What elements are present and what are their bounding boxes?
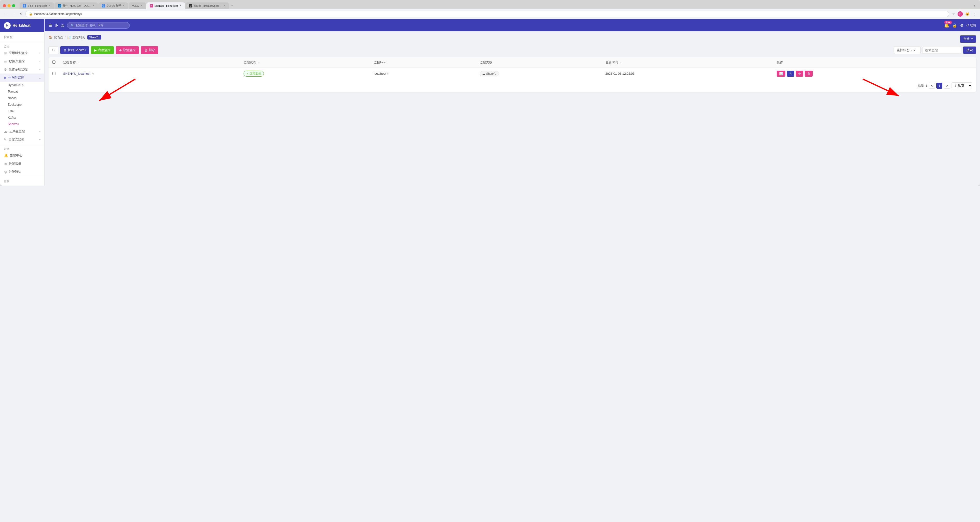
sidebar-item-dashboard[interactable]: 仪表盘: [0, 33, 45, 41]
tab-blog[interactable]: B Blog | HertzBeat ✕: [19, 2, 54, 9]
sidebar-item-os[interactable]: ⊙ 操作系统监控 ▾: [0, 65, 45, 73]
page-1-button[interactable]: 1: [936, 83, 942, 89]
pause-button[interactable]: ⊗: [796, 71, 803, 77]
monitor-search-input[interactable]: [923, 47, 961, 54]
tab-v2ex[interactable]: V2EX ✕: [129, 2, 146, 9]
tab-shenyu-close[interactable]: ✕: [180, 4, 181, 7]
col-update-time[interactable]: 更新时间 ⇅: [601, 57, 773, 68]
extension-icon[interactable]: 🐱: [964, 11, 970, 16]
col-status-sort: ⇅: [258, 61, 260, 64]
tab-blog-label: Blog | HertzBeat: [28, 4, 47, 7]
back-button[interactable]: ←: [3, 11, 9, 17]
settings-icon[interactable]: ⚙: [960, 23, 963, 28]
prev-page-button[interactable]: <: [929, 83, 935, 89]
logout-button[interactable]: ↺ 退出: [966, 23, 976, 27]
sidebar-item-custom[interactable]: ✎ 自定义监控 ▾: [0, 135, 45, 144]
disable-monitor-button[interactable]: ⊗ 取消监控: [116, 46, 139, 54]
col-status[interactable]: 监控状态 ⇅: [240, 57, 370, 68]
graphy-icon[interactable]: ◎: [61, 23, 64, 28]
lock-icon[interactable]: 🔒: [952, 23, 957, 28]
update-time-text: 2023-01-08 12:02:03: [606, 72, 635, 75]
sidebar-alert-center-label: 告警中心: [10, 153, 22, 158]
help-button[interactable]: 帮助 ?: [960, 35, 976, 43]
status-badge: ✓ 正常监控: [243, 71, 264, 77]
tab-blog-close[interactable]: ✕: [48, 4, 51, 7]
topbar-search[interactable]: 🔍: [67, 22, 130, 29]
sidebar-item-db[interactable]: ☰ 数据库监控 ▾: [0, 57, 45, 65]
tab-mail-close[interactable]: ✕: [92, 4, 94, 7]
delete-monitor-button[interactable]: 🗑 删除: [141, 46, 158, 54]
sidebar-sub-flink[interactable]: Flink: [8, 108, 45, 114]
row-checkbox[interactable]: [52, 72, 56, 75]
tab-shenyu[interactable]: H ShenYu - HertzBeat ✕: [146, 2, 185, 9]
monitor-name-link[interactable]: SHENYU_localhost ✎: [63, 72, 236, 75]
remove-button[interactable]: 🗑: [805, 71, 813, 77]
row-type-cell: ☁ ShenYu: [476, 68, 601, 80]
copy-host-icon[interactable]: ⎘: [387, 72, 389, 75]
tab-issues[interactable]: ⊙ Issues · dromara/hertzbea... ✕: [185, 2, 229, 9]
content-area: 🏠 仪表盘 / 📊 监控列表 ShenYu 帮助 ? ↻: [45, 31, 980, 186]
tab-issues-close[interactable]: ✕: [223, 4, 226, 7]
host-badge: localhost ⎘: [374, 72, 472, 75]
search-input[interactable]: [76, 24, 126, 27]
add-monitor-button[interactable]: ⊞ 新增 ShenYu: [60, 46, 89, 54]
menu-icon[interactable]: ☰: [48, 23, 52, 28]
sidebar-item-cloud[interactable]: ☁ 云原生监控 ▾: [0, 127, 45, 135]
maximize-dot[interactable]: [12, 4, 15, 7]
tab-translate-close[interactable]: ✕: [123, 4, 125, 7]
breadcrumb-sep-1: /: [65, 36, 65, 39]
os-expand-icon: ▾: [39, 68, 40, 71]
middleware-sub-menu: DynamicTp Tomcat Nacos Zookeeper Flink K…: [0, 82, 45, 127]
db-icon: ☰: [4, 59, 7, 63]
type-icon: ☁: [482, 72, 485, 75]
refresh-button[interactable]: ↻: [48, 46, 58, 54]
edit-button[interactable]: ✎: [787, 71, 794, 77]
pagination: 总量 1 < 1 > 8 条/页 10 条/页 20 条/页 50 条/页: [48, 79, 976, 92]
sidebar-item-alert-center[interactable]: 🔔 告警中心: [0, 151, 45, 160]
forward-button[interactable]: →: [11, 11, 16, 17]
search-button[interactable]: 搜索: [963, 46, 976, 54]
page-size-select[interactable]: 8 条/页 10 条/页 20 条/页 50 条/页: [951, 83, 972, 89]
enable-icon: ▶: [94, 48, 97, 52]
sidebar-item-middleware[interactable]: ◈ 中间件监控 ▴: [0, 73, 45, 82]
sidebar-sub-shenyu[interactable]: ShenYu: [8, 121, 45, 127]
col-name[interactable]: 监控名称 ⇅: [59, 57, 240, 68]
refresh-button[interactable]: ↻: [18, 11, 23, 17]
sidebar-item-alert-notify[interactable]: ◎ 告警通知: [0, 168, 45, 176]
sidebar-item-app-service[interactable]: ⊞ 应用服务监控 ▾: [0, 49, 45, 57]
sidebar-sub-nacos[interactable]: Nacos: [8, 95, 45, 101]
tab-v2ex-close[interactable]: ✕: [140, 4, 143, 7]
tab-issues-label: Issues · dromara/hertzbea...: [194, 4, 222, 7]
col-type[interactable]: 监控类型: [476, 57, 601, 68]
host-text: localhost: [374, 72, 386, 75]
logo-icon: H: [4, 22, 11, 29]
tab-translate[interactable]: G Google 翻译 ✕: [99, 2, 128, 9]
new-tab-button[interactable]: +: [229, 2, 235, 9]
pause-icon: ⊗: [798, 72, 801, 75]
bookmark-icon[interactable]: ☆: [951, 11, 956, 16]
address-bar[interactable]: 🔒 localhost:4200/monitors?app=shenyu: [25, 11, 949, 17]
tab-mail[interactable]: M 邮件 - gong tom - Outlook ✕: [54, 2, 98, 9]
status-filter-select[interactable]: 监控状态～ ▾: [894, 46, 921, 54]
row-checkbox-cell: [48, 68, 59, 80]
delete-icon: 🗑: [144, 48, 147, 52]
sidebar-sub-kafka[interactable]: Kafka: [8, 114, 45, 121]
select-all-checkbox[interactable]: [52, 60, 56, 63]
view-button[interactable]: 📊: [777, 71, 785, 77]
sidebar-sub-zookeeper[interactable]: Zookeeper: [8, 101, 45, 108]
minimize-dot[interactable]: [8, 4, 11, 7]
enable-monitor-button[interactable]: ▶ 启用监控: [91, 46, 114, 54]
sidebar-sub-dynamictp[interactable]: DynamicTp: [8, 82, 45, 88]
breadcrumb-home[interactable]: 仪表盘: [54, 35, 63, 40]
more-icon[interactable]: ⋮: [972, 11, 977, 16]
sidebar-sub-tomcat[interactable]: Tomcat: [8, 88, 45, 95]
col-host[interactable]: 监控Host: [370, 57, 476, 68]
github-icon[interactable]: ⊙: [55, 23, 58, 28]
sidebar-item-alert-threshold[interactable]: ◎ 告警阈值: [0, 160, 45, 168]
next-page-button[interactable]: >: [944, 83, 950, 89]
profile-icon[interactable]: P: [958, 11, 963, 17]
sidebar-alert-notify-label: 告警通知: [9, 170, 21, 174]
sidebar-item-tags[interactable]: ◎ 标签管理: [0, 184, 45, 186]
notification-bell[interactable]: 🔔 99+: [944, 23, 950, 28]
close-dot[interactable]: [3, 4, 6, 7]
